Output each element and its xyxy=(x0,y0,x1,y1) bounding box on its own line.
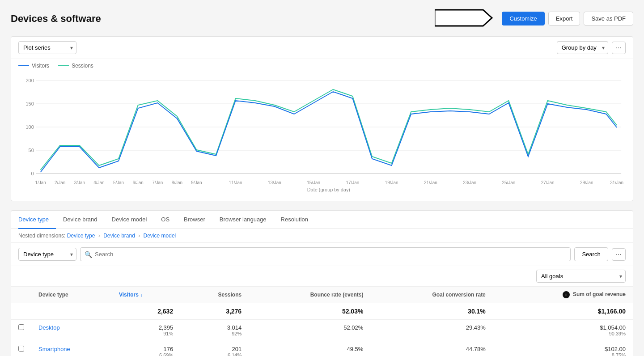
nested-dimensions: Nested dimensions: Device type › Device … xyxy=(11,229,633,243)
tab-device-brand[interactable]: Device brand xyxy=(56,211,105,229)
chart-toolbar-right: Group by day ··· xyxy=(557,41,626,54)
th-bounce-rate: Bounce rate (events) xyxy=(249,287,370,303)
nested-dims-label: Nested dimensions: xyxy=(18,233,67,239)
desktop-bounce-rate: 52.02% xyxy=(249,320,370,341)
svg-text:13/Jan: 13/Jan xyxy=(268,180,281,185)
visitors-legend-line xyxy=(18,65,29,66)
search-icon: 🔍 xyxy=(85,251,92,258)
svg-text:11/Jan: 11/Jan xyxy=(229,180,242,185)
svg-text:17/Jan: 17/Jan xyxy=(346,180,360,185)
save-as-pdf-button[interactable]: Save as PDF xyxy=(584,12,633,25)
export-button[interactable]: Export xyxy=(548,12,580,25)
smartphone-device-cell: Smartphone xyxy=(31,341,112,356)
svg-text:29/Jan: 29/Jan xyxy=(580,180,593,185)
plot-series-select[interactable]: Plot series xyxy=(18,41,76,54)
tab-os[interactable]: OS xyxy=(154,211,177,229)
svg-text:2/Jan: 2/Jan xyxy=(55,180,65,185)
svg-text:19/Jan: 19/Jan xyxy=(385,180,398,185)
total-check-cell xyxy=(11,303,31,320)
svg-text:0: 0 xyxy=(31,171,34,176)
total-device-cell xyxy=(31,303,112,320)
line-chart: 200 150 100 50 0 1/Jan 2/Jan 3/Jan 4/Jan… xyxy=(18,76,626,192)
nested-dim-device-model[interactable]: Device model xyxy=(144,233,176,239)
chart-toolbar: Plot series Group by day ··· xyxy=(11,37,633,59)
svg-text:Date (group by day): Date (group by day) xyxy=(307,187,350,192)
goals-row: All goals xyxy=(11,266,633,287)
svg-marker-0 xyxy=(435,10,492,26)
separator-1: › xyxy=(98,233,100,239)
table-toolbar: Device type 🔍 Search ··· xyxy=(11,243,633,266)
group-by-wrapper[interactable]: Group by day xyxy=(557,41,608,54)
th-goal-conversion: Goal conversion rate xyxy=(370,287,492,303)
visitors-legend: Visitors xyxy=(18,63,49,69)
desktop-goal-revenue: $1,054.00 90.39% xyxy=(493,320,633,341)
svg-text:15/Jan: 15/Jan xyxy=(307,180,320,185)
svg-text:21/Jan: 21/Jan xyxy=(424,180,437,185)
tab-resolution[interactable]: Resolution xyxy=(274,211,315,229)
smartphone-goal-conversion: 44.78% xyxy=(370,341,492,356)
nested-dim-device-brand[interactable]: Device brand xyxy=(103,233,135,239)
tabs-section: Device type Device brand Device model OS… xyxy=(11,210,633,356)
th-checkbox xyxy=(11,287,31,303)
smartphone-checkbox[interactable] xyxy=(18,346,24,352)
goals-select[interactable]: All goals xyxy=(536,270,626,283)
desktop-checkbox[interactable] xyxy=(18,324,24,330)
tab-device-type[interactable]: Device type xyxy=(18,211,56,229)
th-visitors[interactable]: Visitors ↓ xyxy=(112,287,180,303)
total-goal-revenue: $1,166.00 xyxy=(493,303,633,320)
device-type-select-wrapper[interactable]: Device type xyxy=(18,248,76,261)
total-goal-conversion: 30.1% xyxy=(370,303,492,320)
th-sessions: Sessions xyxy=(180,287,249,303)
table-row: Desktop 2,395 91% 3,014 92% 52.02% 29.43… xyxy=(11,320,633,341)
svg-text:3/Jan: 3/Jan xyxy=(74,180,85,185)
goal-revenue-icon: i xyxy=(563,291,570,298)
table-row: Smartphone 176 6.69% 201 6.14% 49.5% 44.… xyxy=(11,341,633,356)
svg-text:50: 50 xyxy=(29,148,34,153)
total-row: 2,632 3,276 52.03% 30.1% $1,166.00 xyxy=(11,303,633,320)
svg-text:5/Jan: 5/Jan xyxy=(113,180,124,185)
page-title: Devices & software xyxy=(11,13,101,25)
smartphone-goal-revenue: $102.00 8.75% xyxy=(493,341,633,356)
chart-more-options[interactable]: ··· xyxy=(612,42,626,54)
desktop-link[interactable]: Desktop xyxy=(38,324,60,331)
desktop-sessions: 3,014 92% xyxy=(180,320,249,341)
tab-browser-language[interactable]: Browser language xyxy=(212,211,274,229)
chart-container: 200 150 100 50 0 1/Jan 2/Jan 3/Jan 4/Jan… xyxy=(11,72,633,201)
svg-text:4/Jan: 4/Jan xyxy=(93,180,104,185)
tab-browser[interactable]: Browser xyxy=(177,211,212,229)
goals-select-wrapper[interactable]: All goals xyxy=(536,270,626,283)
table-more-options[interactable]: ··· xyxy=(612,248,626,261)
desktop-check-cell[interactable] xyxy=(11,320,31,341)
tab-device-model[interactable]: Device model xyxy=(105,211,154,229)
smartphone-bounce-rate: 49.5% xyxy=(249,341,370,356)
svg-text:100: 100 xyxy=(26,124,34,130)
svg-text:150: 150 xyxy=(26,101,34,106)
svg-text:31/Jan: 31/Jan xyxy=(610,180,623,185)
visitors-sort-arrow: ↓ xyxy=(140,292,143,297)
th-device-type: Device type xyxy=(31,287,112,303)
page-header: Devices & software Customize Export Save… xyxy=(11,9,633,28)
svg-text:25/Jan: 25/Jan xyxy=(502,180,515,185)
visitors-legend-label: Visitors xyxy=(32,63,49,69)
smartphone-link[interactable]: Smartphone xyxy=(38,346,70,352)
device-type-select[interactable]: Device type xyxy=(18,248,76,261)
separator-2: › xyxy=(138,233,140,239)
smartphone-check-cell[interactable] xyxy=(11,341,31,356)
svg-text:1/Jan: 1/Jan xyxy=(35,180,46,185)
arrow-decoration xyxy=(435,9,493,27)
data-table: Device type Visitors ↓ Sessions Bounce r… xyxy=(11,287,633,356)
total-bounce-rate: 52.03% xyxy=(249,303,370,320)
search-input[interactable] xyxy=(80,247,571,261)
th-goal-revenue: i Sum of goal revenue xyxy=(493,287,633,303)
customize-button[interactable]: Customize xyxy=(502,12,544,25)
chart-legend: Visitors Sessions xyxy=(11,59,633,72)
total-sessions: 3,276 xyxy=(180,303,249,320)
plot-series-wrapper[interactable]: Plot series xyxy=(18,41,76,54)
total-visitors: 2,632 xyxy=(112,303,180,320)
svg-text:8/Jan: 8/Jan xyxy=(172,180,182,185)
svg-text:200: 200 xyxy=(26,78,34,83)
desktop-visitors: 2,395 91% xyxy=(112,320,180,341)
search-button[interactable]: Search xyxy=(574,247,608,261)
nested-dim-device-type[interactable]: Device type xyxy=(67,233,95,239)
group-by-select[interactable]: Group by day xyxy=(557,41,608,54)
